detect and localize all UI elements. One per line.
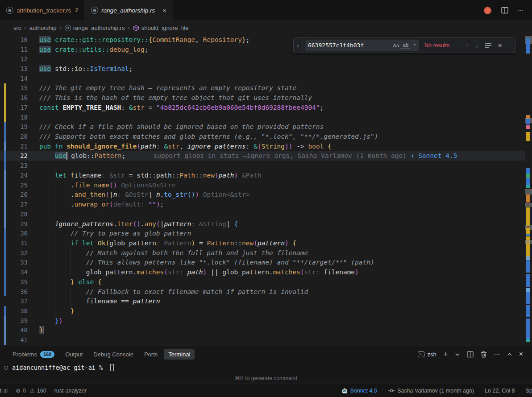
breadcrumb-file[interactable]: R range_authorship.rs [65, 25, 125, 31]
code-line[interactable]: 15/// The git empty tree hash — represen… [0, 83, 532, 93]
find-toggle-replace-icon[interactable]: › [294, 38, 303, 53]
line-number: 33 [6, 259, 28, 266]
code-line[interactable]: 25.file_name() Option<&OsStr> [0, 180, 532, 190]
panel-tab-ports[interactable]: Ports [140, 349, 162, 360]
panel-tab-output[interactable]: Output [61, 349, 87, 360]
new-terminal-icon[interactable]: + [444, 350, 448, 359]
code-line[interactable]: 32// Match against both the full path an… [0, 248, 532, 258]
terminal-dropdown-icon[interactable] [455, 353, 460, 356]
git-blame-item[interactable]: Sasha Varlamov (1 month ago) [388, 388, 474, 394]
code-line[interactable]: 41 [0, 335, 532, 345]
line-number: 41 [6, 336, 28, 343]
shell-selector[interactable]: >_ zsh [418, 351, 436, 358]
git-branch-item[interactable]: it-ai [0, 388, 8, 394]
terminal-prompt: aidancunniffe@ac git-ai % [12, 364, 103, 371]
split-editor-icon[interactable] [501, 7, 508, 14]
terminal-prompt-line[interactable]: aidancunniffe@ac git-ai % [0, 364, 532, 371]
code-line[interactable]: 17const EMPTY_TREE_HASH: &str = "4b825dc… [0, 103, 532, 112]
find-in-selection-icon[interactable] [485, 43, 491, 48]
ruler-mark [526, 207, 530, 226]
code-line[interactable]: 18 [0, 112, 532, 122]
more-actions-icon[interactable]: ⋯ [518, 7, 524, 14]
line-number: 35 [6, 278, 28, 285]
terminal-ai-hint: ⌘K to generate command [0, 375, 532, 381]
code-line[interactable]: 38} [0, 306, 532, 316]
code-line[interactable]: 14 [0, 74, 532, 83]
split-terminal-icon[interactable] [467, 351, 474, 358]
code-line[interactable]: 21pub fn should_ignore_file(path: &str, … [0, 141, 532, 151]
ruler-mark [526, 318, 530, 339]
lsp-status[interactable]: rust-analyzer [54, 388, 87, 394]
close-panel-icon[interactable]: × [519, 350, 523, 358]
find-close-icon[interactable]: × [498, 41, 502, 49]
line-number: 14 [6, 75, 28, 82]
editor-actions: ⋯ [483, 0, 532, 21]
code-line[interactable]: 28 [0, 209, 532, 219]
claude-starburst-icon[interactable] [483, 6, 492, 15]
tab-problem-count: 2 [75, 7, 78, 13]
panel-tab-terminal[interactable]: Terminal [164, 349, 195, 360]
line-number: 37 [6, 298, 28, 305]
code-line[interactable]: 26.and_then(|n: &OsStr| n.to_str()) Opti… [0, 190, 532, 200]
line-number: 19 [6, 123, 28, 130]
panel-tab-debug-console[interactable]: Debug Console [89, 349, 138, 360]
maximize-panel-icon[interactable] [507, 353, 512, 356]
panel-more-icon[interactable]: ⋯ [494, 351, 500, 358]
find-nav: ↑ ↓ × [466, 41, 502, 49]
tab-close-icon[interactable]: × [162, 7, 166, 14]
code-line[interactable]: 40} [0, 326, 532, 335]
code-line[interactable]: 20/// Supports both exact matches and gl… [0, 132, 532, 141]
tab-attribution-tracker[interactable]: R attribution_tracker.rs 2 [0, 0, 85, 21]
tab-bar: R attribution_tracker.rs 2 R range_autho… [0, 0, 532, 21]
breadcrumb-separator: › [128, 25, 129, 31]
code-line[interactable]: 30// Try to parse as glob pattern [0, 228, 532, 238]
problems-count-badge: 160 [40, 351, 54, 358]
code-line[interactable]: 24let filename: &str = std::path::Path::… [0, 170, 532, 180]
find-next-icon[interactable]: ↓ [475, 42, 478, 49]
find-previous-icon[interactable]: ↑ [466, 42, 469, 49]
code-line[interactable]: 35} else { [0, 277, 532, 287]
code-line[interactable]: 19/// Check if a file path should be ign… [0, 122, 532, 132]
code-line[interactable]: 29ignore_patterns.iter().any(|pattern: &… [0, 219, 532, 229]
ruler-mark [526, 339, 530, 342]
code-line[interactable]: 23 [0, 161, 532, 170]
line-number: 29 [6, 220, 28, 227]
code-line[interactable]: 34glob_pattern.matches(str: path) || glo… [0, 267, 532, 277]
tab-range-authorship[interactable]: R range_authorship.rs × [85, 0, 173, 21]
line-number: 10 [6, 36, 28, 43]
terminal-cursor [110, 364, 114, 371]
code-line[interactable]: 37filename == pattern [0, 296, 532, 306]
find-input[interactable] [308, 42, 391, 49]
rust-file-icon: R [65, 25, 71, 31]
match-case-icon[interactable]: Aa [391, 42, 401, 49]
cursor-position-item[interactable]: Ln 22, Col 8 [485, 388, 515, 394]
regex-icon[interactable]: .* [410, 42, 417, 49]
line-number: 13 [6, 65, 28, 72]
code-line[interactable]: 27.unwrap_or(default: ""); [0, 199, 532, 209]
indentation-item[interactable]: Spac [526, 388, 532, 394]
code-line[interactable]: 22use glob::Pattern;support globs in sta… [0, 151, 532, 161]
ruler-mark [526, 119, 530, 124]
kill-terminal-trash-icon[interactable] [481, 351, 487, 358]
code-line[interactable]: 33// This allows patterns like "*.lock" … [0, 258, 532, 268]
breadcrumb-src[interactable]: src [13, 25, 21, 31]
code-line[interactable]: 31if let Ok(glob_pattern: Pattern) = Pat… [0, 238, 532, 248]
line-number: 27 [6, 201, 28, 208]
breadcrumb-authorship[interactable]: authorship [29, 25, 57, 31]
line-number: 28 [6, 211, 28, 218]
overview-ruler[interactable] [525, 35, 532, 346]
line-number: 23 [6, 162, 28, 169]
breadcrumb-symbol[interactable]: should_ignore_file [133, 25, 189, 31]
code-line[interactable]: 39}) [0, 316, 532, 326]
ai-model-item[interactable]: Sonnet 4.5 [341, 388, 377, 394]
code-editor[interactable]: 10use crate::git::repository::{CommitRan… [0, 35, 532, 346]
code-line[interactable]: 16/// This is the hash of the empty tree… [0, 93, 532, 103]
code-line[interactable]: 12 [0, 54, 532, 64]
ruler-mark [526, 49, 530, 54]
panel-tab-problems[interactable]: Problems 160 [8, 349, 59, 360]
code-line[interactable]: 36// Fallback to exact filename match if… [0, 287, 532, 297]
problems-summary[interactable]: ⊘ 0 ⚠ 160 [16, 387, 46, 394]
panel-actions: >_ zsh + ⋯ × [418, 350, 532, 359]
whole-word-icon[interactable]: ab [401, 41, 411, 49]
code-line[interactable]: 13use std::io::IsTerminal; [0, 64, 532, 74]
